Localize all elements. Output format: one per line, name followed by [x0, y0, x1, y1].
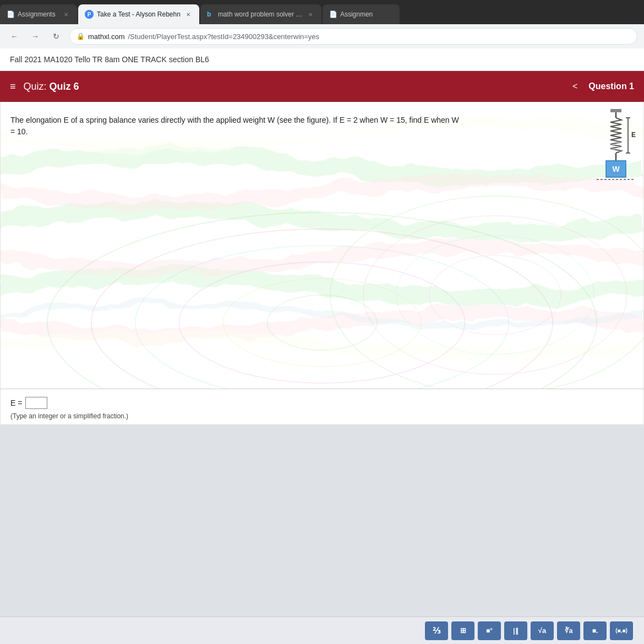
degree-button[interactable]: ■° [478, 621, 501, 640]
answer-area: E = (Type an integer or a simplified fra… [1, 389, 643, 424]
url-domain: mathxl.com [88, 32, 124, 41]
absolute-button[interactable]: |‖ [504, 621, 527, 640]
tab-favicon-assignments2: 📄 [329, 10, 337, 18]
svg-point-10 [429, 255, 561, 335]
tab-assignments[interactable]: 📄 Assignments ✕ [0, 4, 77, 24]
svg-point-4 [179, 262, 465, 383]
tab-take-a-test[interactable]: P Take a Test - Alyson Rebehn ✕ [78, 4, 199, 24]
reload-button[interactable]: ↻ [48, 29, 64, 44]
course-title: Fall 2021 MA1020 Tello TR 8am ONE TRACK … [10, 55, 209, 64]
fraction-button[interactable]: ⅔ [425, 621, 448, 640]
quiz-header: ≡ Quiz: Quiz 6 < Question 1 [0, 71, 644, 102]
svg-rect-11 [610, 109, 621, 112]
url-bar[interactable]: 🔒 mathxl.com /Student/PlayerTest.aspx?te… [69, 28, 637, 45]
forward-button[interactable]: → [28, 29, 43, 44]
svg-point-6 [267, 295, 377, 350]
sqrt-button[interactable]: √a [531, 621, 554, 640]
decimal-button[interactable]: ■. [583, 621, 607, 640]
question-text: The elongation E of a spring balance var… [10, 112, 462, 140]
tab-close-math-solver[interactable]: ✕ [306, 10, 315, 19]
svg-rect-0 [1, 102, 643, 389]
svg-point-9 [396, 236, 594, 354]
svg-point-1 [47, 212, 597, 389]
quiz-prefix: Quiz: [24, 81, 50, 92]
address-bar: ← → ↻ 🔒 mathxl.com /Student/PlayerTest.a… [0, 24, 644, 48]
interference-pattern [1, 102, 643, 389]
svg-point-8 [363, 216, 627, 374]
tab-assignments2[interactable]: 📄 Assignmen [323, 4, 400, 24]
bottom-toolbar: ⅔ ⊞ ■° |‖ √a ∛a ■. (■,■) [0, 616, 644, 644]
svg-point-7 [330, 196, 643, 389]
cbrt-button[interactable]: ∛a [557, 621, 580, 640]
tab-bar: 📄 Assignments ✕ P Take a Test - Alyson R… [0, 0, 644, 24]
question-body: The elongation E of a spring balance var… [1, 102, 643, 389]
tab-label-take-a-test: Take a Test - Alyson Rebehn [97, 10, 181, 18]
svg-text:E: E [631, 131, 636, 139]
ordered-pair-button[interactable]: (■,■) [610, 621, 633, 640]
quiz-nav-arrow[interactable]: < [561, 81, 588, 91]
question-area: The elongation E of a spring balance var… [0, 102, 644, 425]
tab-label-math-solver: math word problem solver - S [218, 10, 303, 18]
tab-label-assignments: Assignments [18, 10, 58, 18]
url-path: /Student/PlayerTest.aspx?testId=23490029… [128, 32, 319, 41]
matrix-button[interactable]: ⊞ [451, 621, 474, 640]
svg-text:W: W [612, 165, 620, 173]
page-content: Fall 2021 MA1020 Tello TR 8am ONE TRACK … [0, 48, 644, 425]
hint-text: (Type an integer or a simplified fractio… [10, 412, 634, 420]
tab-favicon-math-solver: b [207, 10, 215, 18]
tab-math-solver[interactable]: b math word problem solver - S ✕ [200, 4, 321, 24]
browser-chrome: 📄 Assignments ✕ P Take a Test - Alyson R… [0, 0, 644, 48]
tab-favicon-assignments: 📄 [7, 10, 14, 18]
answer-input[interactable] [25, 397, 47, 409]
answer-row: E = [10, 397, 634, 409]
svg-point-5 [223, 279, 421, 367]
course-header: Fall 2021 MA1020 Tello TR 8am ONE TRACK … [0, 48, 644, 71]
quiz-name: Quiz 6 [50, 81, 79, 92]
quiz-title: Quiz: Quiz 6 [24, 81, 79, 92]
question-label: Question 1 [588, 81, 634, 91]
spring-figure: W E [594, 108, 638, 209]
svg-point-3 [135, 245, 509, 389]
tab-close-take-a-test[interactable]: ✕ [184, 10, 193, 19]
hamburger-icon[interactable]: ≡ [10, 81, 16, 92]
back-button[interactable]: ← [7, 29, 22, 44]
tab-close-assignments[interactable]: ✕ [62, 10, 70, 19]
lock-icon: 🔒 [77, 32, 85, 40]
svg-point-2 [91, 229, 553, 389]
answer-prefix: E = [10, 399, 22, 407]
tab-favicon-take-a-test: P [85, 10, 94, 19]
tab-label-assignments2: Assignmen [340, 10, 393, 18]
